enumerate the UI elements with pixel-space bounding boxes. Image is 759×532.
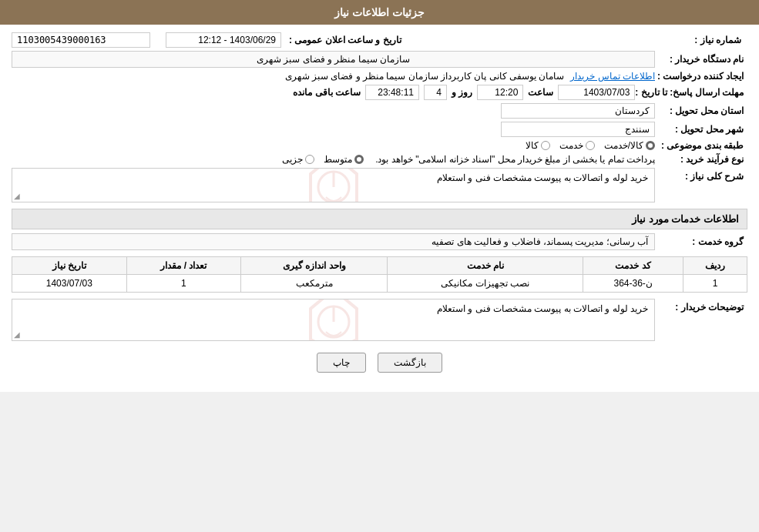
services-section-header: اطلاعات خدمات مورد نیاز [12,209,747,229]
need-number-row: شماره نیاز : تاریخ و ساعت اعلان عمومی : … [12,32,747,48]
col-service-name: نام خدمت [388,257,583,275]
radio-kala-khedmat [646,141,655,150]
category-row: طبقه بندی موضوعی : کالا/خدمت خدمت کالا [12,140,747,151]
need-description-row: شرح کلی نیاز : خرید لوله و اتصالات به پی… [12,168,747,202]
province-value: کردستان [501,103,655,119]
need-description-value: خرید لوله و اتصالات به پیوست مشخصات فنی … [437,172,648,183]
svg-point-0 [318,172,349,202]
category-option-khedmat: خدمت [559,140,595,151]
service-group-row: گروه خدمت : آب رسانی؛ مدیریت پسماند، فاض… [12,233,747,250]
main-content: شماره نیاز : تاریخ و ساعت اعلان عمومی : … [0,25,759,392]
creator-label: ایجاد کننده درخواست : [655,71,747,82]
purchase-type-note: پرداخت تمام یا بخشی از مبلغ خریدار محل "… [375,154,655,165]
province-label: استان محل تحویل : [655,105,747,116]
watermark [287,168,380,202]
radio-kala [541,141,550,150]
service-group-value: آب رسانی؛ مدیریت پسماند، فاضلاب و فعالیت… [12,233,655,250]
page-wrapper: جزئیات اطلاعات نیاز شماره نیاز : تاریخ و… [0,0,759,392]
announce-datetime-value: 1403/06/29 - 12:12 [166,32,281,48]
category-option-kala-khedmat: کالا/خدمت [604,140,655,151]
purchase-type-options: متوسط جزیی [282,154,364,165]
need-number-label: شماره نیاز : [670,35,747,45]
button-bar: بازگشت چاپ [12,353,747,373]
deadline-date: 1403/07/03 [558,85,635,100]
deadline-remaining: 23:48:11 [365,85,419,100]
category-option-kala: کالا [526,140,550,151]
cell-service-code: ن-36-364 [583,275,683,293]
purchase-type-motavasset: متوسط [324,154,364,165]
col-row-num: ردیف [683,257,747,275]
contact-link[interactable]: اطلاعات تماس خریدار [570,71,655,82]
cell-row-num: 1 [683,275,747,293]
purchase-type-jozii: جزیی [282,154,314,165]
back-button[interactable]: بازگشت [378,353,442,373]
deadline-day-label: روز و [452,87,472,98]
page-title: جزئیات اطلاعات نیاز [334,6,425,18]
buyer-org-value: سازمان سیما منظر و فضای سبز شهری [12,51,655,68]
print-button[interactable]: چاپ [317,353,366,373]
buyer-desc-value: خرید لوله و اتصالات به پیوست مشخصات فنی … [437,303,648,314]
buyer-org-label: نام دستگاه خریدار : [655,54,747,65]
category-options: کالا/خدمت خدمت کالا [526,140,655,151]
page-header: جزئیات اطلاعات نیاز [0,0,759,25]
deadline-label: مهلت ارسال پاسخ: تا تاریخ : [635,87,747,98]
radio-motavasset [354,155,364,164]
deadline-time-value: 12:20 [477,85,523,100]
radio-jozii [305,155,314,164]
city-row: شهر محل تحویل : سنندج [12,122,747,137]
services-table: ردیف کد خدمت نام خدمت واحد اندازه گیری ت… [12,256,747,293]
watermark2 [287,299,380,341]
deadline-time-label: ساعت [528,87,553,98]
service-group-label: گروه خدمت : [655,236,747,247]
col-quantity: تعداد / مقدار [126,257,240,275]
creator-row: ایجاد کننده درخواست : اطلاعات تماس خریدا… [12,71,747,82]
col-date: تاریخ نیاز [12,257,127,275]
announce-datetime-label: تاریخ و ساعت اعلان عمومی : [289,35,401,45]
purchase-type-row: نوع فرآیند خرید : پرداخت تمام یا بخشی از… [12,154,747,165]
cell-quantity: 1 [126,275,240,293]
buyer-desc-label: توضیحات خریدار : [655,299,747,313]
deadline-row: مهلت ارسال پاسخ: تا تاریخ : 1403/07/03 س… [12,85,747,100]
deadline-remaining-label: ساعت باقی مانده [293,87,361,98]
buyer-org-row: نام دستگاه خریدار : سازمان سیما منظر و ف… [12,51,747,68]
deadline-days: 4 [424,85,447,100]
resize-handle: ◢ [14,192,20,200]
category-label: طبقه بندی موضوعی : [655,140,747,151]
cell-unit: مترمکعب [241,275,388,293]
svg-point-1 [318,306,349,337]
cell-date: 1403/07/03 [12,275,127,293]
buyer-desc-box: خرید لوله و اتصالات به پیوست مشخصات فنی … [12,299,655,341]
col-service-code: کد خدمت [583,257,683,275]
radio-khedmat [586,141,595,150]
resize-handle2: ◢ [14,330,20,339]
buyer-desc-row: توضیحات خریدار : خرید لوله و اتصالات به … [12,299,747,341]
city-value: سنندج [501,122,655,137]
table-row: 1 ن-36-364 نصب تجهیزات مکانیکی مترمکعب 1… [12,275,747,293]
purchase-type-label: نوع فرآیند خرید : [655,154,747,165]
province-row: استان محل تحویل : کردستان [12,103,747,119]
need-number-value: 1103005439000163 [12,32,150,48]
col-unit: واحد اندازه گیری [241,257,388,275]
city-label: شهر محل تحویل : [655,124,747,135]
need-description-label: شرح کلی نیاز : [655,168,747,182]
need-description-box: خرید لوله و اتصالات به پیوست مشخصات فنی … [12,168,655,202]
cell-service-name: نصب تجهیزات مکانیکی [388,275,583,293]
creator-value: سامان یوسفی کانی پان کاربرداز سازمان سیم… [285,71,565,82]
